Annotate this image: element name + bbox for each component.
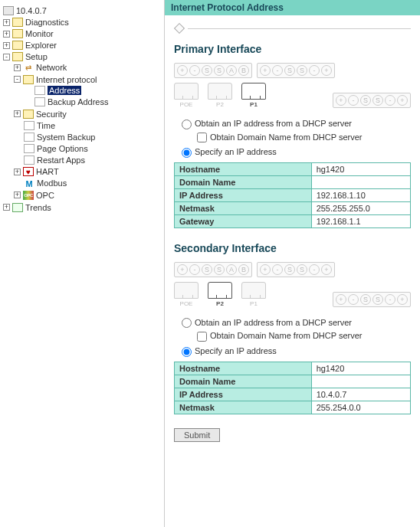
secondary-domain-value[interactable]	[311, 375, 410, 388]
secondary-netmask-label: Netmask	[175, 401, 312, 414]
tree-trends[interactable]: Trends	[25, 203, 51, 212]
tree-modbus[interactable]: Modbus	[37, 179, 67, 188]
primary-ip-label: IP Address	[175, 188, 312, 201]
primary-domain-label: Domain Name	[175, 175, 312, 188]
divider	[174, 25, 411, 32]
hart-icon: ♥	[23, 167, 34, 176]
host-icon	[3, 6, 14, 15]
diamond-icon	[174, 23, 185, 34]
nav-tree: 10.4.0.7 +Diagnostics +Monitor +Explorer…	[0, 0, 165, 527]
primary-dhcp-label: Obtain an IP address from a DHCP server	[195, 119, 352, 128]
expand-toggle[interactable]: +	[14, 110, 21, 117]
folder-icon	[12, 41, 23, 50]
tree-monitor[interactable]: Monitor	[25, 29, 54, 38]
secondary-heading: Secondary Interface	[174, 242, 411, 254]
folder-icon	[23, 75, 34, 84]
tree-page-options[interactable]: Page Options	[37, 144, 88, 153]
expand-toggle[interactable]: +	[14, 191, 21, 198]
expand-toggle[interactable]: +	[3, 42, 10, 49]
folder-icon	[12, 52, 23, 61]
tree-restart-apps[interactable]: Restart Apps	[37, 155, 85, 165]
secondary-chip-row-1: +-SSAB +-SS-+	[174, 262, 411, 277]
primary-netmask-value[interactable]: 255.255.255.0	[311, 201, 410, 214]
main-panel: Internet Protocol Address Primary Interf…	[165, 0, 420, 527]
tree-system-backup[interactable]: System Backup	[37, 133, 95, 142]
secondary-ip-label: IP Address	[175, 388, 312, 401]
port-p1[interactable]: P1	[241, 282, 266, 307]
primary-specify-radio[interactable]	[182, 148, 192, 158]
secondary-specify-radio[interactable]	[182, 347, 192, 357]
secondary-domain-label: Domain Name	[175, 375, 312, 388]
secondary-dhcp-radio[interactable]	[182, 318, 192, 328]
page-title: Internet Protocol Address	[165, 0, 420, 15]
tree-time[interactable]: Time	[37, 121, 55, 130]
secondary-dhcp-domain-label: Obtain Domain Name from DHCP server	[210, 331, 362, 340]
tree-root[interactable]: 10.4.0.7	[16, 6, 47, 15]
primary-config-table: Hostnamehg1420 Domain Name IP Address192…	[174, 162, 411, 228]
port-poe[interactable]: POE	[174, 282, 199, 307]
port-p1[interactable]: P1	[241, 83, 266, 108]
secondary-hostname-value[interactable]: hg1420	[311, 362, 410, 375]
folder-icon	[23, 110, 34, 119]
tree-security[interactable]: Security	[36, 110, 67, 119]
tree-network[interactable]: Network	[36, 64, 67, 73]
page-icon	[34, 97, 45, 106]
primary-hostname-value[interactable]: hg1420	[311, 162, 410, 175]
primary-dhcp-domain-check[interactable]	[197, 133, 207, 142]
modbus-icon: M	[24, 179, 34, 188]
expand-toggle[interactable]: +	[14, 169, 21, 175]
network-icon: ⇄	[23, 64, 34, 73]
page-icon	[34, 86, 45, 95]
expand-toggle[interactable]: +	[14, 64, 21, 71]
page-icon	[24, 155, 34, 165]
primary-gateway-value[interactable]: 192.168.1.1	[311, 214, 410, 227]
tree-setup[interactable]: Setup	[25, 52, 48, 61]
secondary-specify-label: Specify an IP address	[195, 346, 277, 355]
tree-backup-address[interactable]: Backup Address	[48, 97, 109, 106]
secondary-dhcp-domain-check[interactable]	[197, 332, 207, 342]
tree-address[interactable]: Address	[48, 86, 81, 95]
folder-icon	[12, 29, 23, 38]
port-p2[interactable]: P2	[208, 282, 232, 307]
tree-opc[interactable]: OPC	[36, 191, 54, 200]
tree-hart[interactable]: HART	[36, 167, 59, 176]
expand-toggle[interactable]: +	[3, 31, 10, 38]
page-icon	[24, 144, 34, 153]
primary-dhcp-radio[interactable]	[182, 119, 192, 129]
expand-toggle[interactable]: +	[3, 204, 10, 211]
tree-internet-protocol[interactable]: Internet protocol	[36, 75, 97, 84]
opc-icon: OPC	[23, 191, 34, 200]
trends-icon	[12, 203, 23, 212]
page-icon	[24, 121, 34, 130]
collapse-toggle[interactable]: -	[3, 54, 10, 61]
primary-dhcp-domain-label: Obtain Domain Name from DHCP server	[210, 133, 362, 142]
primary-netmask-label: Netmask	[175, 201, 312, 214]
tree-explorer[interactable]: Explorer	[25, 41, 57, 50]
tree-diagnostics[interactable]: Diagnostics	[25, 18, 69, 27]
secondary-config-table: Hostnamehg1420 Domain Name IP Address10.…	[174, 362, 411, 414]
submit-button[interactable]: Submit	[174, 428, 220, 442]
port-poe[interactable]: POE	[174, 83, 199, 108]
secondary-dhcp-label: Obtain an IP address from a DHCP server	[195, 318, 352, 327]
primary-gateway-label: Gateway	[175, 214, 312, 227]
secondary-hostname-label: Hostname	[175, 362, 312, 375]
primary-domain-value[interactable]	[311, 175, 410, 188]
port-p2[interactable]: P2	[208, 83, 232, 108]
collapse-toggle[interactable]: -	[14, 76, 21, 83]
primary-chip-row-1: +-SSAB +-SS-+	[174, 63, 411, 78]
page-icon	[24, 133, 34, 142]
folder-icon	[12, 18, 23, 27]
primary-specify-label: Specify an IP address	[195, 147, 277, 156]
secondary-ip-value[interactable]: 10.4.0.7	[311, 388, 410, 401]
secondary-netmask-value[interactable]: 255.254.0.0	[311, 401, 410, 414]
primary-ip-value[interactable]: 192.168.1.10	[311, 188, 410, 201]
expand-toggle[interactable]: +	[3, 19, 10, 26]
primary-heading: Primary Interface	[174, 43, 411, 55]
primary-hostname-label: Hostname	[175, 162, 312, 175]
